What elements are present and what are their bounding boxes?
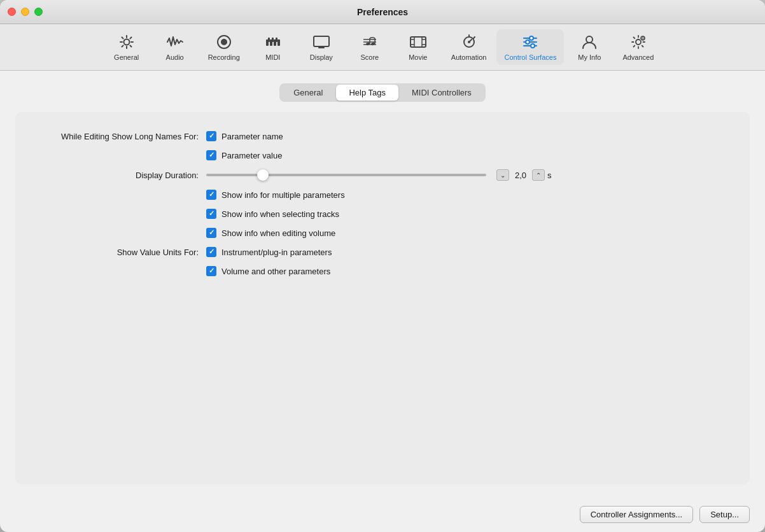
- record-icon: [215, 33, 233, 51]
- gear-icon: [118, 33, 136, 51]
- tab-general[interactable]: General: [281, 85, 335, 101]
- show-info-multiple-label[interactable]: Show info for multiple parameters: [221, 190, 345, 200]
- toolbar: General Audio Recording: [0, 24, 765, 71]
- toolbar-item-advanced[interactable]: Advanced: [615, 29, 661, 65]
- show-info-editing-row: Show info when editing volume: [41, 228, 724, 238]
- close-button[interactable]: [8, 8, 16, 16]
- stepper: ⌄ 2,0 ⌃ s: [496, 169, 552, 181]
- movie-icon: [409, 33, 427, 51]
- svg-point-38: [586, 36, 593, 43]
- toolbar-item-my-info[interactable]: My Info: [566, 29, 612, 65]
- controller-assignments-button[interactable]: Controller Assignments...: [580, 506, 694, 523]
- slider-container: ⌄ 2,0 ⌃ s: [206, 169, 552, 181]
- stepper-value: 2,0: [512, 171, 530, 180]
- automation-icon: [460, 33, 478, 51]
- score-icon: [361, 33, 379, 51]
- svg-rect-7: [268, 38, 270, 42]
- svg-rect-10: [314, 36, 329, 46]
- stepper-up-button[interactable]: ⌃: [532, 169, 545, 181]
- stepper-unit: s: [547, 171, 552, 180]
- param-value-row: Parameter value: [41, 150, 724, 160]
- display-icon: [312, 33, 330, 51]
- show-info-selecting-checkbox[interactable]: [206, 209, 216, 219]
- svg-point-39: [636, 39, 641, 45]
- show-value-units-label: Show Value Units For:: [41, 248, 206, 257]
- midi-icon: [264, 33, 282, 51]
- show-info-editing-checkbox[interactable]: [206, 228, 216, 238]
- maximize-button[interactable]: [34, 8, 43, 16]
- volume-checkbox-row: Volume and other parameters: [206, 266, 330, 276]
- param-name-checkbox[interactable]: [206, 131, 216, 141]
- while-editing-label: While Editing Show Long Names For:: [41, 132, 206, 141]
- titlebar: Preferences: [0, 0, 765, 24]
- seg-tabs-container: General Help Tags MIDI Controllers: [279, 83, 486, 102]
- param-name-row: While Editing Show Long Names For: Param…: [41, 131, 724, 141]
- toolbar-score-label: Score: [360, 53, 379, 61]
- window-controls: [8, 8, 43, 16]
- setup-button[interactable]: Setup...: [699, 506, 750, 523]
- param-value-checkbox[interactable]: [206, 150, 216, 160]
- segmented-control: General Help Tags MIDI Controllers: [15, 83, 750, 102]
- content-area: General Help Tags MIDI Controllers While…: [0, 71, 765, 497]
- param-name-checkbox-row: Parameter name: [206, 131, 283, 141]
- person-icon: [580, 33, 598, 51]
- sliders-icon: [521, 33, 539, 51]
- show-info-multiple-row: Show info for multiple parameters: [41, 190, 724, 200]
- toolbar-item-midi[interactable]: MIDI: [250, 29, 296, 65]
- toolbar-item-display[interactable]: Display: [298, 29, 344, 65]
- bottom-bar: Controller Assignments... Setup...: [0, 497, 765, 532]
- waveform-icon: [166, 33, 184, 51]
- svg-point-2: [221, 39, 227, 45]
- volume-label[interactable]: Volume and other parameters: [221, 267, 330, 276]
- instrument-row: Show Value Units For: Instrument/plug-in…: [41, 247, 724, 257]
- settings-panel: While Editing Show Long Names For: Param…: [15, 112, 750, 484]
- toolbar-item-recording[interactable]: Recording: [200, 29, 248, 65]
- settings-section: While Editing Show Long Names For: Param…: [41, 131, 724, 285]
- show-info-selecting-label[interactable]: Show info when selecting tracks: [221, 209, 339, 219]
- display-duration-label: Display Duration:: [41, 171, 206, 180]
- show-info-selecting-checkbox-row: Show info when selecting tracks: [206, 209, 339, 219]
- slider-thumb[interactable]: [257, 169, 269, 181]
- param-value-checkbox-row: Parameter value: [206, 150, 282, 160]
- instrument-checkbox-row: Instrument/plug-in parameters: [206, 247, 332, 257]
- param-name-label[interactable]: Parameter name: [221, 132, 283, 141]
- show-info-editing-checkbox-row: Show info when editing volume: [206, 228, 335, 238]
- svg-rect-9: [276, 38, 277, 42]
- toolbar-display-label: Display: [310, 53, 333, 61]
- tab-help-tags[interactable]: Help Tags: [336, 85, 398, 101]
- window-title: Preferences: [357, 7, 408, 17]
- display-duration-row: Display Duration: ⌄ 2,0 ⌃ s: [41, 169, 724, 181]
- toolbar-item-movie[interactable]: Movie: [395, 29, 441, 65]
- toolbar-recording-label: Recording: [208, 53, 240, 61]
- toolbar-item-control-surfaces[interactable]: Control Surfaces: [496, 29, 564, 65]
- toolbar-movie-label: Movie: [409, 53, 427, 61]
- stepper-down-button[interactable]: ⌄: [496, 169, 509, 181]
- svg-rect-20: [411, 37, 426, 47]
- volume-row: Volume and other parameters: [41, 266, 724, 276]
- instrument-checkbox[interactable]: [206, 247, 216, 257]
- tab-midi-controllers[interactable]: MIDI Controllers: [399, 85, 484, 101]
- instrument-label[interactable]: Instrument/plug-in parameters: [221, 248, 332, 257]
- minimize-button[interactable]: [21, 8, 29, 16]
- svg-point-0: [123, 39, 129, 45]
- svg-point-31: [468, 41, 470, 43]
- toolbar-control-surfaces-label: Control Surfaces: [504, 53, 556, 61]
- slider-track[interactable]: [206, 174, 486, 176]
- toolbar-advanced-label: Advanced: [622, 53, 654, 61]
- preferences-window: Preferences General Audio: [0, 0, 765, 532]
- toolbar-general-label: General: [114, 53, 139, 61]
- toolbar-item-audio[interactable]: Audio: [152, 29, 198, 65]
- toolbar-item-automation[interactable]: Automation: [444, 29, 495, 65]
- toolbar-audio-label: Audio: [166, 53, 184, 61]
- toolbar-item-general[interactable]: General: [104, 29, 150, 65]
- svg-point-36: [526, 40, 530, 44]
- svg-rect-6: [277, 39, 280, 46]
- toolbar-item-score[interactable]: Score: [347, 29, 393, 65]
- toolbar-midi-label: MIDI: [265, 53, 280, 61]
- show-info-multiple-checkbox-row: Show info for multiple parameters: [206, 190, 345, 200]
- param-value-label[interactable]: Parameter value: [221, 151, 282, 160]
- volume-checkbox[interactable]: [206, 266, 216, 276]
- show-info-editing-label[interactable]: Show info when editing volume: [221, 228, 335, 238]
- show-info-multiple-checkbox[interactable]: [206, 190, 216, 200]
- show-info-selecting-row: Show info when selecting tracks: [41, 209, 724, 219]
